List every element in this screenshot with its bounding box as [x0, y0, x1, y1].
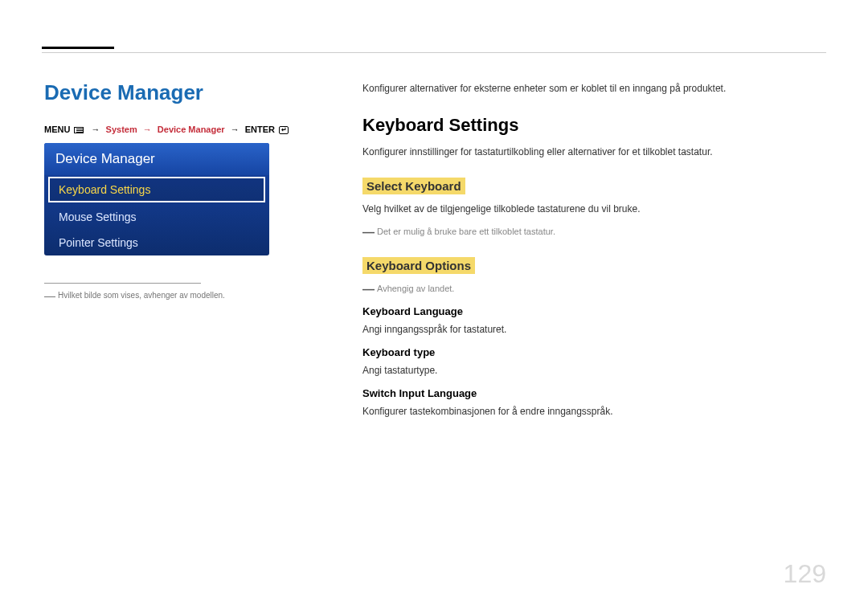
- heading-keyboard-type: Keyboard type: [362, 346, 824, 358]
- heading-select-keyboard: Select Keyboard: [362, 178, 465, 194]
- arrow-icon: →: [231, 125, 240, 134]
- note-text: Avhengig av landet.: [377, 284, 454, 293]
- enter-icon: [279, 126, 289, 134]
- keyboard-type-desc: Angi tastaturtype.: [362, 364, 824, 378]
- menu-icon: [74, 127, 84, 133]
- breadcrumb-system: System: [106, 125, 137, 134]
- panel-note-text: Hvilket bilde som vises, avhenger av mod…: [58, 291, 225, 300]
- keyboard-options-note: ―Avhengig av landet.: [362, 282, 824, 296]
- page-number: 129: [784, 559, 826, 589]
- select-keyboard-desc: Velg hvilket av de tilgjengelige tilkobl…: [362, 202, 824, 216]
- breadcrumb-enter-label: ENTER: [245, 125, 275, 134]
- content-area: Konfigurer alternativer for eksterne enh…: [362, 82, 824, 428]
- header-rule: [42, 52, 826, 53]
- panel-item-mouse-settings[interactable]: Mouse Settings: [44, 204, 269, 230]
- keyboard-settings-desc: Konfigurer innstillinger for tastaturtil…: [362, 145, 824, 159]
- panel-note-rule: [44, 283, 201, 284]
- heading-keyboard-options: Keyboard Options: [362, 257, 475, 274]
- note-text: Det er mulig å bruke bare ett tilkoblet …: [377, 227, 555, 236]
- breadcrumb: MENU → System → Device Manager → ENTER: [44, 125, 290, 134]
- arrow-icon: →: [143, 125, 152, 134]
- panel-item-keyboard-settings[interactable]: Keyboard Settings: [48, 177, 265, 202]
- heading-switch-input-language: Switch Input Language: [362, 387, 824, 399]
- switch-input-desc: Konfigurer tastekombinasjonen for å endr…: [362, 405, 824, 419]
- heading-keyboard-language: Keyboard Language: [362, 305, 824, 317]
- heading-keyboard-settings: Keyboard Settings: [362, 115, 824, 136]
- panel-note: ―Hvilket bilde som vises, avhenger av mo…: [44, 289, 225, 302]
- select-keyboard-note: ―Det er mulig å bruke bare ett tilkoblet…: [362, 225, 824, 239]
- breadcrumb-menu-label: MENU: [44, 125, 70, 134]
- arrow-icon: →: [92, 125, 100, 134]
- panel-item-pointer-settings[interactable]: Pointer Settings: [44, 230, 269, 255]
- panel-header: Device Manager: [44, 143, 269, 175]
- header-accent-bar: [42, 47, 114, 49]
- device-manager-panel: Device Manager Keyboard Settings Mouse S…: [44, 143, 269, 255]
- page-title: Device Manager: [44, 80, 203, 105]
- keyboard-language-desc: Angi inngangsspråk for tastaturet.: [362, 323, 824, 337]
- breadcrumb-device-manager: Device Manager: [158, 125, 225, 134]
- intro-text: Konfigurer alternativer for eksterne enh…: [362, 82, 824, 96]
